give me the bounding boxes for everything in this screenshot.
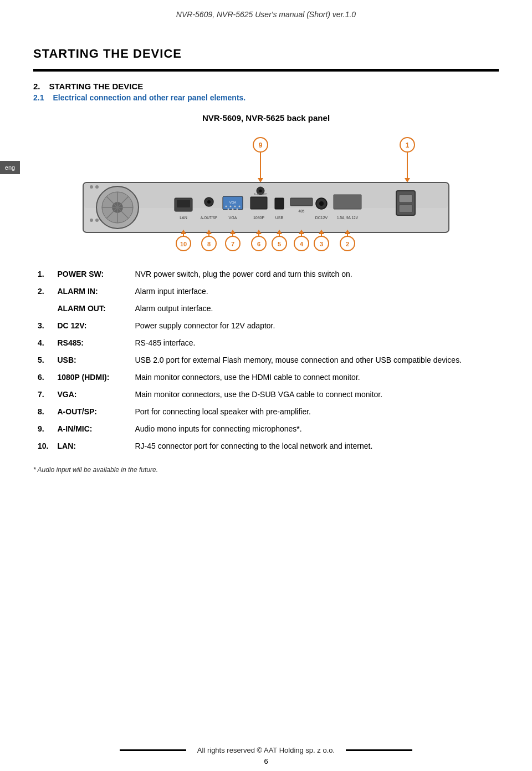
svg-rect-46	[334, 195, 361, 209]
svg-point-18	[95, 185, 99, 189]
table-row: 9.A-IN/MIC:Audio mono inputs for connect…	[33, 420, 499, 438]
table-row: 5.USB:USB 2.0 port for external Flash me…	[33, 352, 499, 369]
item-number: 6.	[33, 369, 53, 386]
svg-marker-3	[258, 178, 263, 182]
svg-text:6: 6	[257, 241, 260, 247]
item-description: Port for connecting local speaker with p…	[130, 403, 499, 420]
page-footer: All rights reserved © AAT Holding sp. z …	[0, 746, 532, 754]
svg-point-44	[319, 201, 324, 206]
language-tab: eng	[0, 161, 20, 174]
item-number: 10.	[33, 438, 53, 455]
svg-text:8: 8	[207, 241, 211, 247]
item-label: ALARM OUT:	[53, 300, 130, 317]
main-content: STARTING THE DEVICE 2. STARTING THE DEVI…	[0, 24, 532, 518]
table-row: 2.ALARM IN:Alarm input interface.	[33, 283, 499, 300]
table-row: 6.1080P (HDMI):Main monitor connectors, …	[33, 369, 499, 386]
thin-border	[33, 71, 499, 72]
table-row: 4.RS485:RS-485 interface.	[33, 334, 499, 352]
item-description: USB 2.0 port for external Flash memory, …	[130, 352, 499, 369]
footer-line-left	[120, 749, 186, 751]
svg-text:DC12V: DC12V	[315, 216, 328, 220]
item-description: Main monitor connectors, use the HDMI ca…	[130, 369, 499, 386]
svg-point-34	[232, 209, 234, 210]
svg-rect-52	[399, 195, 412, 202]
footnote: * Audio input will be available in the f…	[33, 466, 499, 474]
item-number: 1.	[33, 266, 53, 283]
item-label: DC 12V:	[53, 317, 130, 334]
svg-text:A-IN/MIC: A-IN/MIC	[254, 192, 268, 196]
svg-text:10: 10	[180, 241, 187, 247]
device-diagram: 9 1 LAN A-OUT/SP	[78, 133, 454, 255]
subsection-title: STARTING THE DEVICE	[49, 82, 144, 91]
svg-point-20	[95, 219, 99, 222]
svg-point-49	[259, 190, 262, 192]
item-description: Power supply connector for 12V adaptor.	[130, 317, 499, 334]
item-number: 5.	[33, 352, 53, 369]
item-description: RS-485 interface.	[130, 334, 499, 352]
page-header: NVR-5609, NVR-5625 User's manual (Short)…	[0, 0, 532, 24]
item-description: Alarm output interface.	[130, 300, 499, 317]
svg-text:7: 7	[231, 241, 234, 247]
item-number: 4.	[33, 334, 53, 352]
description-table: 1.POWER SW:NVR power switch, plug the po…	[33, 266, 499, 455]
svg-text:4: 4	[300, 241, 304, 247]
table-row: 10.LAN:RJ-45 connector port for connecti…	[33, 438, 499, 455]
table-row: 1.POWER SW:NVR power switch, plug the po…	[33, 266, 499, 283]
svg-point-30	[230, 206, 232, 207]
svg-text:A-OUT/SP: A-OUT/SP	[201, 216, 218, 220]
svg-text:5: 5	[278, 241, 281, 247]
svg-text:1080P: 1080P	[253, 216, 265, 220]
svg-point-31	[234, 206, 236, 207]
item-number: 3.	[33, 317, 53, 334]
item-number: 2.	[33, 283, 53, 300]
item-description: Audio mono inputs for connecting microph…	[130, 420, 499, 438]
svg-point-33	[228, 209, 229, 210]
item-label: LAN:	[53, 438, 130, 455]
svg-point-29	[226, 206, 227, 207]
item-description: Alarm input interface.	[130, 283, 499, 300]
svg-text:VGA: VGA	[229, 216, 237, 220]
svg-rect-53	[399, 205, 412, 212]
footer-line-right	[346, 749, 412, 751]
svg-text:USB: USB	[275, 216, 284, 220]
table-row: 7.VGA:Main monitor connectors, use the D…	[33, 386, 499, 403]
svg-text:485: 485	[299, 209, 305, 213]
back-panel-label: NVR-5609, NVR-5625 back panel	[33, 113, 499, 123]
sub-sub-title: Electrical connection and other rear pan…	[53, 93, 245, 102]
item-label: ALARM IN:	[53, 283, 130, 300]
item-label: RS485:	[53, 334, 130, 352]
table-row: ALARM OUT:Alarm output interface.	[33, 300, 499, 317]
item-number: 8.	[33, 403, 53, 420]
subsection-number: 2.	[33, 82, 40, 91]
table-row: 3.DC 12V:Power supply connector for 12V …	[33, 317, 499, 334]
svg-marker-7	[405, 178, 410, 182]
item-number	[33, 300, 53, 317]
svg-rect-22	[177, 200, 190, 207]
item-label: A-IN/MIC:	[53, 420, 130, 438]
table-row: 8.A-OUT/SP:Port for connecting local spe…	[33, 403, 499, 420]
svg-text:1.5A, 9A 12V: 1.5A, 9A 12V	[337, 216, 359, 220]
sub-sub-number: 2.1	[33, 93, 44, 102]
svg-rect-37	[250, 197, 267, 209]
svg-point-35	[237, 209, 238, 210]
item-description: NVR power switch, plug the power cord an…	[130, 266, 499, 283]
item-number: 9.	[33, 420, 53, 438]
section-heading: STARTING THE DEVICE	[33, 47, 499, 61]
svg-point-25	[207, 200, 211, 204]
svg-text:9: 9	[259, 141, 263, 149]
item-label: 1080P (HDMI):	[53, 369, 130, 386]
svg-text:VGA: VGA	[229, 201, 237, 204]
svg-text:2: 2	[346, 241, 349, 247]
svg-text:3: 3	[320, 241, 323, 247]
svg-rect-39	[275, 198, 284, 209]
svg-point-19	[90, 219, 93, 222]
page-number: 6	[0, 757, 532, 765]
item-number: 7.	[33, 386, 53, 403]
svg-point-17	[90, 185, 93, 189]
item-label: VGA:	[53, 386, 130, 403]
item-label: A-OUT/SP:	[53, 403, 130, 420]
header-title: NVR-5609, NVR-5625 User's manual (Short)…	[176, 10, 356, 19]
item-description: Main monitor connectors, use the D-SUB V…	[130, 386, 499, 403]
svg-point-32	[239, 206, 241, 207]
item-label: USB:	[53, 352, 130, 369]
